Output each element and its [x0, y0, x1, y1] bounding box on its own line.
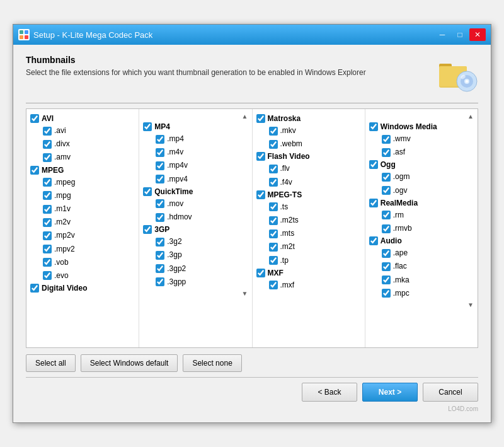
checkbox-m2ts[interactable]	[269, 216, 278, 225]
list-item: .mts	[268, 227, 362, 240]
checkbox-m1v[interactable]	[43, 205, 52, 214]
checkbox-mkv[interactable]	[269, 127, 278, 136]
group-label-mpeg[interactable]: MPEG	[42, 166, 64, 175]
group-header-realmedia: RealMedia	[368, 197, 475, 209]
checkbox-divx[interactable]	[43, 140, 52, 149]
checkbox-mpeg[interactable]	[30, 166, 39, 175]
checkbox-3gp2[interactable]	[156, 264, 164, 273]
checkbox-mp4-ext[interactable]	[156, 135, 164, 144]
list-item: .hdmov	[154, 211, 249, 224]
checkbox-mp4[interactable]	[143, 122, 152, 131]
column-1[interactable]: AVI .avi .divx .amv	[26, 109, 139, 347]
checkbox-mka[interactable]	[382, 276, 391, 284]
sub-items-matroska: .mkv .webm	[255, 124, 362, 151]
checkbox-ts[interactable]	[269, 202, 278, 211]
select-all-button[interactable]: Select all	[26, 354, 76, 372]
close-button[interactable]: ✕	[469, 28, 486, 41]
checkbox-wmv[interactable]	[382, 135, 391, 144]
list-item: .amv	[42, 151, 136, 164]
select-windows-default-button[interactable]: Select Windows default	[81, 354, 178, 372]
group-label-windows-media[interactable]: Windows Media	[381, 122, 437, 131]
checkbox-realmedia[interactable]	[369, 199, 378, 207]
group-label-audio[interactable]: Audio	[381, 236, 402, 245]
minimize-button[interactable]: ─	[434, 28, 450, 41]
group-label-digital-video[interactable]: Digital Video	[42, 284, 87, 293]
cancel-button[interactable]: Cancel	[423, 383, 478, 402]
checkbox-vob[interactable]	[43, 258, 52, 267]
checkbox-ape[interactable]	[382, 249, 391, 258]
checkbox-m4v[interactable]	[156, 148, 164, 157]
checkbox-mpeg-ext[interactable]	[43, 178, 52, 187]
checkbox-hdmov[interactable]	[156, 213, 164, 222]
checkbox-flv[interactable]	[269, 165, 278, 173]
checkbox-ogg[interactable]	[369, 160, 378, 169]
checkbox-quicktime[interactable]	[143, 187, 152, 196]
group-label-mxf[interactable]: MXF	[268, 269, 284, 277]
checkbox-matroska[interactable]	[256, 114, 265, 123]
checkbox-audio[interactable]	[369, 236, 378, 245]
checkbox-m2t[interactable]	[269, 243, 278, 252]
back-button[interactable]: < Back	[302, 383, 357, 402]
column-2[interactable]: ▲ MP4 .mp4 .m4v	[139, 109, 252, 347]
group-label-realmedia[interactable]: RealMedia	[381, 199, 418, 207]
checkbox-tp[interactable]	[269, 256, 278, 265]
group-header-mpeg: MPEG	[29, 165, 136, 176]
group-label-matroska[interactable]: Matroska	[268, 114, 301, 123]
group-header-audio: Audio	[368, 235, 475, 247]
checkbox-f4v[interactable]	[269, 178, 278, 187]
checkbox-webm[interactable]	[269, 140, 278, 149]
checkbox-digital-video[interactable]	[30, 284, 39, 293]
checkbox-avi[interactable]	[30, 114, 39, 123]
list-item: .flv	[268, 162, 362, 175]
group-label-flash-video[interactable]: Flash Video	[268, 152, 310, 161]
checkbox-amv[interactable]	[43, 153, 52, 162]
group-header-flash-video: Flash Video	[255, 151, 362, 162]
title-controls: ─ □ ✕	[434, 28, 486, 41]
checkbox-avi-ext[interactable]	[43, 127, 52, 136]
group-label-avi[interactable]: AVI	[42, 114, 54, 123]
list-item: .mpv4	[154, 173, 249, 186]
list-item: .mpg	[42, 189, 136, 202]
column-3[interactable]: Matroska .mkv .webm Flash Video	[253, 109, 365, 347]
checkbox-ogv[interactable]	[382, 186, 391, 195]
checkbox-flash-video[interactable]	[256, 152, 265, 161]
group-label-mpeg-ts[interactable]: MPEG-TS	[268, 190, 302, 199]
checkbox-windows-media[interactable]	[369, 122, 378, 131]
next-button[interactable]: Next >	[362, 383, 418, 402]
checkbox-rmvb[interactable]	[382, 224, 391, 233]
group-label-3gp[interactable]: 3GP	[154, 225, 169, 234]
checkbox-mpg[interactable]	[43, 191, 52, 200]
select-none-button[interactable]: Select none	[183, 354, 241, 372]
checkbox-flac[interactable]	[382, 262, 391, 271]
checkbox-mp2v[interactable]	[43, 231, 52, 240]
list-item: .rm	[381, 209, 475, 222]
checkbox-m2v[interactable]	[43, 218, 52, 227]
group-label-ogg[interactable]: Ogg	[381, 160, 396, 169]
checkbox-evo[interactable]	[43, 271, 52, 280]
checkbox-ogm[interactable]	[382, 173, 391, 182]
list-item: .mkv	[268, 124, 362, 137]
checkbox-mpeg-ts[interactable]	[256, 190, 265, 199]
checkbox-3g2[interactable]	[156, 238, 164, 247]
header-icon	[438, 55, 478, 95]
checkbox-mxf[interactable]	[256, 269, 265, 277]
checkbox-mts[interactable]	[269, 229, 278, 238]
checkbox-mov[interactable]	[156, 199, 164, 208]
checkbox-mpv4[interactable]	[156, 175, 164, 183]
checkbox-mpv2[interactable]	[43, 245, 52, 253]
maximize-button[interactable]: □	[452, 28, 468, 41]
sub-items-flash-video: .flv .f4v	[255, 162, 362, 189]
checkbox-3gpp[interactable]	[156, 277, 164, 286]
checkbox-3gp[interactable]	[143, 225, 152, 234]
list-item: .m2v	[42, 216, 136, 229]
column-4[interactable]: ▲ Windows Media .wmv .asf	[365, 109, 478, 347]
checkbox-mpc[interactable]	[382, 289, 391, 298]
checkbox-mp4v[interactable]	[156, 161, 164, 170]
group-label-mp4[interactable]: MP4	[154, 122, 170, 131]
checkbox-asf[interactable]	[382, 148, 391, 157]
checkbox-mxf-ext[interactable]	[269, 281, 278, 289]
group-label-quicktime[interactable]: QuickTime	[154, 187, 193, 196]
checkbox-rm-ext[interactable]	[382, 211, 391, 219]
watermark: LO4D.com	[26, 404, 478, 412]
checkbox-3gp-ext[interactable]	[156, 251, 164, 260]
